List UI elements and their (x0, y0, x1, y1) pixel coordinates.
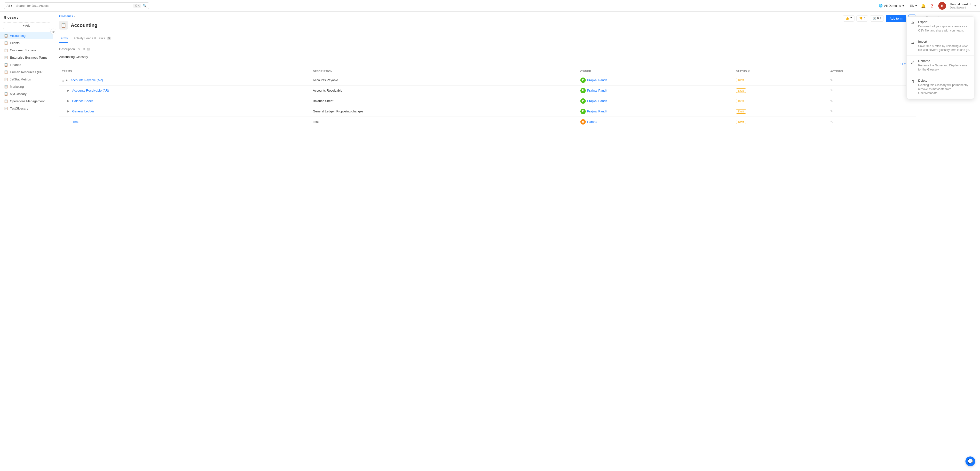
sidebar-item-hr[interactable]: 📋 Human Resources (HR) (0, 68, 53, 76)
owner-avatar: P (581, 78, 586, 83)
status-badge: Draft (736, 78, 746, 82)
col-description: DESCRIPTION (310, 68, 578, 75)
owner-avatar: H (581, 119, 586, 124)
sidebar-item-jetstat[interactable]: 📋 JetStat Metrics (0, 76, 53, 83)
expand-row-icon[interactable]: ▶ (66, 78, 68, 82)
tab-terms[interactable]: Terms (59, 34, 68, 43)
clock-icon: 🕐 (873, 17, 876, 20)
export-title: Export (918, 20, 970, 24)
rename-menu-item[interactable]: Rename Rename the Name and Display Name … (907, 56, 974, 75)
expand-all-row: ↕ Expand All (53, 60, 922, 68)
copy-description-icon[interactable]: ⧉ (83, 47, 85, 51)
lang-label: EN (910, 4, 914, 8)
term-link[interactable]: Accounts Payable (AP) (70, 78, 103, 82)
glossary-icon: 📋 (4, 34, 8, 38)
search-bar[interactable]: All ▾ ⌘ K 🔍 (4, 2, 149, 9)
add-term-button[interactable]: Add term (886, 15, 906, 22)
status-badge: Draft (736, 109, 746, 114)
status-cell: Draft (733, 96, 827, 106)
action-bar: 👍 7 👎 0 🕐 0.3 Add term ⋮ (843, 14, 916, 22)
breadcrumb-parent[interactable]: Glossaries (59, 14, 73, 18)
dislike-button[interactable]: 👎 0 (856, 15, 868, 22)
delete-desc: Deleting this Glossary will permanently … (918, 83, 970, 95)
owner-name[interactable]: Prajwal Pandit (587, 99, 607, 103)
term-cell: ▶ Balance Sheet (59, 96, 310, 106)
edit-description-icon[interactable]: ✎ (78, 47, 81, 51)
domain-selector[interactable]: 🌐 All Domains ▾ (877, 3, 906, 8)
language-selector[interactable]: EN ▾ (910, 4, 917, 8)
import-menu-item[interactable]: Import Save time & effort by uploading a… (907, 37, 974, 56)
sidebar-item-enterprise-business-terms[interactable]: 📋 Enterprise Business Terms (0, 54, 53, 61)
chevron-down-icon: ▾ (915, 4, 917, 8)
owner-name[interactable]: Prajwal Pandit (587, 78, 607, 82)
sidebar-item-testglossary[interactable]: 📋 TestGlossary (0, 105, 53, 112)
edit-term-icon[interactable]: ✎ (830, 110, 833, 113)
sidebar-collapse-button[interactable]: ◁▷ (50, 29, 56, 34)
sidebar-item-accounting[interactable]: 📋 Accounting (0, 32, 53, 39)
glossary-icon: 📋 (4, 41, 8, 45)
owner-name[interactable]: Prajwal Pandit (587, 110, 607, 113)
tab-activity-feeds[interactable]: Activity Feeds & Tasks 5 (73, 34, 111, 43)
sidebar-item-customer-success[interactable]: 📋 Customer Success (0, 46, 53, 54)
glossary-icon: 📋 (4, 77, 8, 81)
filter-icon[interactable]: ▽ (748, 70, 750, 73)
help-icon[interactable]: ❓ (930, 3, 934, 8)
search-input[interactable] (16, 4, 131, 8)
like-button[interactable]: 👍 7 (843, 15, 854, 22)
rename-content: Rename Rename the Name and Display Name … (918, 59, 970, 72)
export-menu-item[interactable]: Export Download all your glossary terms … (907, 17, 974, 37)
expand-row-icon[interactable]: ▶ (67, 89, 69, 92)
term-link[interactable]: Test (73, 120, 78, 124)
add-glossary-button[interactable]: + Add (3, 22, 50, 29)
search-filter-all[interactable]: All ▾ (6, 4, 14, 8)
status-cell: Draft (733, 116, 827, 127)
ai-description-icon[interactable]: ⊡ (87, 47, 90, 51)
term-link[interactable]: General Ledger (72, 110, 94, 113)
glossary-icon: 📋 (4, 99, 8, 103)
chevron-down-icon[interactable]: ▾ (974, 4, 976, 8)
search-icon[interactable]: 🔍 (143, 4, 146, 8)
time-button[interactable]: 🕐 0.3 (870, 15, 884, 22)
actions-cell: ✎ (827, 96, 916, 106)
status-cell: Draft (733, 75, 827, 85)
term-cell: ▶ General Ledger (59, 106, 310, 116)
glossary-icon: 📋 (4, 107, 8, 110)
export-desc: Download all your glossary terms as a CS… (918, 24, 970, 33)
term-cell: Test (59, 116, 310, 127)
edit-term-icon[interactable]: ✎ (830, 120, 833, 124)
rename-title: Rename (918, 59, 970, 63)
sidebar-item-operations[interactable]: 📋 Operations Management (0, 97, 53, 105)
sidebar-item-finance[interactable]: 📋 Finance (0, 61, 53, 68)
description-cell: Accounts Payable (310, 75, 578, 85)
edit-term-icon[interactable]: ✎ (830, 78, 833, 82)
status-badge: Draft (736, 88, 746, 93)
table-row: ▶ General Ledger General Ledger. Proposi… (59, 106, 916, 116)
sidebar-item-label: Enterprise Business Terms (10, 56, 47, 59)
svg-rect-3 (913, 41, 913, 43)
owner-avatar: P (581, 109, 586, 114)
owner-name[interactable]: Prajwal Pandit (587, 89, 607, 92)
expand-row-icon[interactable]: ▶ (67, 99, 69, 102)
owner-name[interactable]: Harsha (587, 120, 597, 124)
sidebar-item-myglossary[interactable]: 📋 MyGlossary (0, 90, 53, 97)
notifications-icon[interactable]: 🔔 (921, 3, 926, 8)
expand-row-icon[interactable]: ▶ (67, 110, 69, 113)
import-icon (910, 40, 915, 45)
glossary-icon: 📋 (4, 56, 8, 59)
edit-term-icon[interactable]: ✎ (830, 89, 833, 92)
avatar[interactable]: R (938, 2, 946, 10)
delete-title: Delete (918, 79, 970, 83)
drag-handle[interactable]: ⣿ (62, 78, 64, 82)
sidebar-item-marketing[interactable]: 📋 Marketing (0, 83, 53, 90)
term-link[interactable]: Balance Sheet (72, 99, 93, 103)
glossary-icon: 📋 (4, 84, 8, 88)
sidebar-item-clients[interactable]: 📋 Clients (0, 39, 53, 46)
term-link[interactable]: Accounts Receivable (AR) (72, 89, 109, 92)
main-layout: Glossary + Add 📋 Accounting 📋 Clients 📋 … (0, 12, 980, 471)
delete-menu-item[interactable]: Delete Deleting this Glossary will perma… (907, 75, 974, 99)
edit-term-icon[interactable]: ✎ (830, 99, 833, 103)
status-cell: Draft (733, 106, 827, 116)
chat-bubble-button[interactable]: 💬 (966, 457, 975, 466)
owner-cell: P Prajwal Pandit (578, 96, 733, 106)
glossary-icon: 📋 (4, 92, 8, 96)
